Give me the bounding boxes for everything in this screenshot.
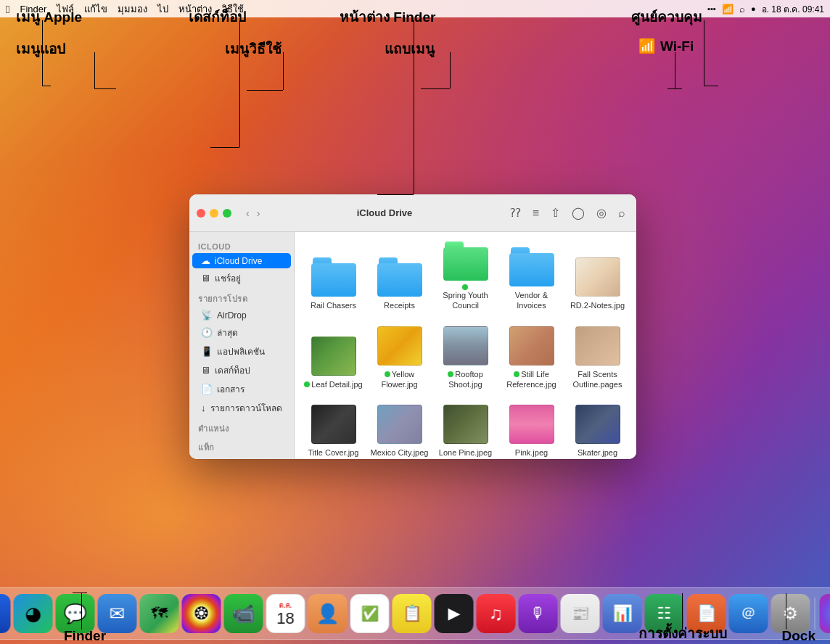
dock-notes[interactable]: 📋: [393, 594, 432, 633]
dock-facetime[interactable]: 📹: [224, 594, 263, 633]
file-leaf-detail[interactable]: Leaf Detail.jpg: [303, 336, 363, 389]
file-yellow-flower[interactable]: Yellow Flower.jpg: [369, 326, 430, 390]
files-row-3: Title Cover.jpg Mexico City.jpeg Lone Pi…: [303, 404, 628, 458]
finder-files: Rail Chasers Receipts: [295, 232, 636, 459]
calendar-day: 18: [276, 611, 294, 627]
minimize-button[interactable]: [210, 209, 218, 218]
dock-launchpad[interactable]: ⊙: [0, 594, 11, 633]
thumb-fall: [575, 326, 620, 366]
more-icon[interactable]: ◎: [593, 204, 610, 222]
view-icon-list[interactable]: ≡: [529, 205, 543, 222]
finder-sidebar: iCloud ☁ iCloud Drive 🖥 แชร์อยู่ รายการโ…: [189, 232, 295, 459]
share-icon[interactable]: ⇧: [547, 204, 564, 222]
menu-edit[interactable]: แก้ไข: [84, 1, 107, 17]
file-label-rd2-notes: RD.2-Notes.jpg: [570, 300, 625, 310]
arrow-line-dock-bottom: [786, 593, 786, 629]
downloads-icon: ↓: [201, 402, 206, 413]
arrow-head-finder-bottom: [73, 593, 87, 593]
back-button[interactable]: ‹: [243, 206, 252, 220]
file-lone-pine[interactable]: Lone Pine.jpeg: [435, 404, 496, 458]
file-rail-chasers[interactable]: Rail Chasers: [303, 257, 363, 310]
wifi-icon[interactable]: 📶: [722, 4, 734, 15]
annotation-menu-bar: แถบเมนู: [385, 38, 435, 59]
dock-appstore[interactable]: ＠: [729, 594, 768, 633]
dock-safari[interactable]: ◕: [14, 594, 53, 633]
search-icon[interactable]: ⌕: [739, 4, 745, 15]
file-receipts[interactable]: Receipts: [369, 257, 430, 310]
applications-icon: 📱: [201, 346, 213, 357]
arrow-head-desktop: [210, 147, 239, 148]
status-dot-syc: [462, 284, 468, 290]
dock-podcasts[interactable]: 🎙: [519, 594, 558, 633]
annotation-app-menu: เมนูแอป: [16, 38, 65, 59]
status-dot-still: [514, 371, 519, 377]
dock-contacts[interactable]: 👤: [308, 594, 348, 633]
file-rooftop-shoot[interactable]: Rooftop Shoot.jpg: [435, 326, 496, 390]
file-label-spring-youth-council: Spring Youth Council: [435, 284, 496, 311]
menu-go[interactable]: ไป: [157, 1, 168, 17]
file-label-pink: Pink.jpeg: [515, 447, 548, 458]
menu-view[interactable]: มุมมอง: [118, 1, 147, 17]
annotation-finder-window: หน้าต่าง Finder: [340, 6, 435, 28]
search-button[interactable]: ⌕: [615, 205, 629, 222]
screen-icon[interactable]: ●: [751, 4, 756, 13]
desktop-icon: 🖥: [201, 365, 210, 376]
file-label-mexico-city: Mexico City.jpeg: [371, 447, 429, 458]
file-rd2-notes[interactable]: RD.2-Notes.jpg: [567, 257, 628, 310]
sidebar-item-documents[interactable]: 📄 เอกสาร: [192, 380, 291, 398]
file-spring-youth-council[interactable]: Spring Youth Council: [435, 241, 496, 311]
maximize-button[interactable]: [223, 209, 231, 218]
thumb-title: [311, 405, 356, 444]
arrow-head-app: [94, 88, 116, 89]
shared-icon: 🖥: [201, 273, 210, 284]
dock-maps[interactable]: 🗺: [140, 594, 179, 633]
file-title-cover[interactable]: Title Cover.jpg: [303, 404, 363, 458]
arrow-line-app: [94, 52, 95, 88]
apple-menu-icon[interactable]: : [6, 3, 9, 15]
thumb-rd2-notes: [575, 257, 620, 297]
arrow-head-wifi: [667, 88, 682, 89]
dock-appletv[interactable]: ▶: [435, 594, 474, 633]
sidebar-item-applications[interactable]: 📱 แอปพลิเคชัน: [192, 342, 291, 360]
arrow-line-finder-bottom: [81, 593, 82, 629]
dock-reminders[interactable]: ✅: [350, 594, 390, 633]
file-mexico-city[interactable]: Mexico City.jpeg: [369, 404, 430, 458]
dock-photos[interactable]: ❂: [182, 594, 221, 633]
dock-systemprefs[interactable]: ⚙: [771, 594, 810, 633]
view-icon-grid[interactable]: ⁇: [506, 204, 525, 222]
tag-icon[interactable]: ◯: [568, 204, 588, 222]
file-vendor-invoices[interactable]: Vendor & Invoices: [501, 247, 562, 311]
dock-keynote[interactable]: 📊: [603, 594, 642, 633]
arrow-head-menubar: [421, 88, 450, 89]
sidebar-item-airdrop[interactable]: 📡 AirDrop: [192, 307, 291, 323]
dock-news[interactable]: 📰: [561, 594, 600, 633]
forward-button[interactable]: ›: [254, 206, 263, 220]
dock-messages[interactable]: 💬: [56, 594, 95, 633]
thumb-yellow: [377, 326, 422, 366]
sidebar-item-icloud-drive[interactable]: ☁ iCloud Drive: [192, 253, 291, 268]
file-label-fall-scents: Fall Scents Outline.pages: [567, 369, 628, 390]
dock-music[interactable]: ♫: [477, 594, 516, 633]
recents-icon: 🕐: [201, 327, 213, 338]
sidebar-item-desktop[interactable]: 🖥 เดสก์ท็อป: [192, 361, 291, 379]
sidebar-label-documents: เอกสาร: [217, 382, 245, 396]
file-still-life[interactable]: Still Life Reference.jpg: [501, 326, 562, 390]
sidebar-section-icloud: iCloud: [189, 238, 294, 252]
dock-calendar[interactable]: ต.ค. 18: [266, 594, 305, 633]
sidebar-label-desktop: เดสก์ท็อป: [215, 363, 250, 377]
file-pink[interactable]: Pink.jpeg: [501, 404, 562, 458]
dock-siri[interactable]: 🎤: [820, 594, 831, 633]
close-button[interactable]: [197, 209, 205, 218]
dock-mail[interactable]: ✉: [98, 594, 137, 633]
sidebar-item-downloads[interactable]: ↓ รายการดาวน์โหลด: [192, 399, 291, 417]
thumb-pink: [509, 405, 554, 444]
file-fall-scents[interactable]: Fall Scents Outline.pages: [567, 326, 628, 390]
file-skater[interactable]: Skater.jpeg: [567, 404, 628, 458]
annotation-desktop: เดสก์ท็อป: [189, 6, 246, 28]
sidebar-item-shared[interactable]: 🖥 แชร์อยู่: [192, 269, 291, 287]
sidebar-label-applications: แอปพลิเคชัน: [217, 344, 265, 358]
files-row-1: Rail Chasers Receipts: [303, 241, 628, 311]
sidebar-item-recents[interactable]: 🕐 ล่าสุด: [192, 323, 291, 342]
file-label-receipts: Receipts: [384, 300, 415, 310]
file-label-lone-pine: Lone Pine.jpeg: [439, 447, 492, 458]
